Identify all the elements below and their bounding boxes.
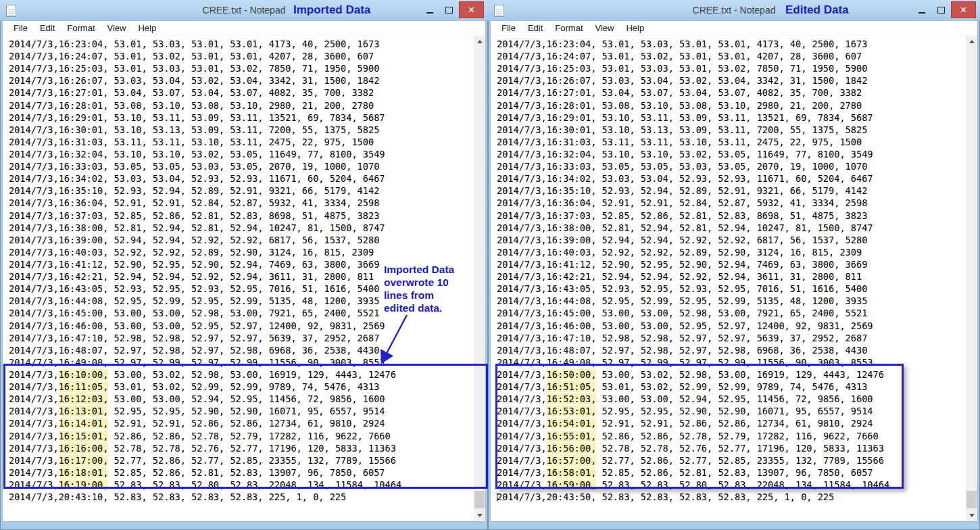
- data-line: 2014/7/3,16:29:01, 53.10, 53.11, 53.09, …: [497, 112, 964, 124]
- highlighted-time: 16:17:00,: [59, 455, 109, 466]
- data-line: 2014/7/3,16:30:01, 53.10, 53.13, 53.09, …: [497, 124, 964, 136]
- window-title: CREE.txt - Notepad: [488, 5, 980, 16]
- menu-item-file[interactable]: File: [495, 22, 522, 34]
- menu-item-format[interactable]: Format: [549, 22, 589, 34]
- data-line: 2014/7/3,16:24:07, 53.01, 53.02, 53.01, …: [9, 50, 472, 62]
- vertical-scrollbar[interactable]: [474, 36, 485, 521]
- highlighted-time: 16:15:01,: [59, 431, 109, 441]
- scroll-up-icon[interactable]: [966, 36, 977, 47]
- data-line: 2014/7/3,16:45:00, 53.00, 53.00, 52.98, …: [9, 307, 472, 319]
- menu-bar: FileEditFormatViewHelp: [491, 21, 977, 36]
- data-line: 2014/7/3,16:24:07, 53.01, 53.02, 53.01, …: [497, 50, 964, 62]
- menu-item-edit[interactable]: Edit: [34, 22, 61, 34]
- highlighted-time: 16:50:00,: [547, 369, 597, 380]
- data-line: 2014/7/3,16:52:03, 53.00, 53.00, 52.94, …: [497, 393, 964, 405]
- minimize-button[interactable]: [912, 1, 931, 18]
- data-line: 2014/7/3,16:47:10, 52.98, 52.98, 52.97, …: [497, 332, 964, 344]
- data-line: 2014/7/3,16:48:07, 52.97, 52.98, 52.97, …: [497, 344, 964, 356]
- data-line: 2014/7/3,16:25:03, 53.01, 53.03, 53.01, …: [497, 62, 964, 74]
- data-line: 2014/7/3,16:58:01, 52.85, 52.86, 52.81, …: [497, 466, 964, 479]
- annotation-imported-data: Imported Data: [293, 3, 370, 17]
- menu-item-view[interactable]: View: [101, 22, 132, 34]
- data-line: 2014/7/3,16:15:01, 52.86, 52.86, 52.78, …: [9, 430, 472, 442]
- data-line: 2014/7/3,16:43:05, 52.93, 52.95, 52.93, …: [9, 283, 472, 295]
- data-line: 2014/7/3,16:23:04, 53.01, 53.03, 53.01, …: [497, 38, 964, 50]
- title-bar[interactable]: CREE.txt - Notepad Imported Data ✕: [0, 0, 488, 20]
- highlighted-time: 16:14:01,: [59, 418, 109, 429]
- highlighted-time: 16:59:00,: [547, 479, 597, 490]
- data-line: 2014/7/3,16:28:01, 53.08, 53.10, 53.08, …: [9, 99, 472, 112]
- scroll-down-icon[interactable]: [966, 510, 977, 521]
- data-line: 2014/7/3,16:33:03, 53.05, 53.05, 53.03, …: [497, 160, 964, 172]
- scrollbar-thumb[interactable]: [474, 491, 485, 508]
- data-line: 2014/7/3,16:13:01, 52.95, 52.95, 52.90, …: [9, 405, 472, 417]
- data-line: 2014/7/3,16:42:21, 52.94, 52.94, 52.92, …: [9, 270, 472, 283]
- data-line: 2014/7/3,16:25:03, 53.01, 53.03, 53.01, …: [9, 62, 472, 74]
- highlighted-time: 16:12:03,: [59, 393, 109, 404]
- data-line: 2014/7/3,16:26:07, 53.03, 53.04, 53.02, …: [497, 74, 964, 87]
- data-line: 2014/7/3,16:23:04, 53.01, 53.03, 53.01, …: [9, 38, 472, 50]
- highlighted-time: 16:19:00,: [59, 479, 109, 490]
- menu-item-edit[interactable]: Edit: [522, 22, 549, 34]
- highlighted-time: 16:11:05,: [59, 381, 109, 392]
- menu-item-help[interactable]: Help: [132, 22, 162, 34]
- minimize-button[interactable]: [420, 1, 439, 18]
- data-line: 2014/7/3,16:50:00, 53.00, 53.02, 52.98, …: [497, 368, 964, 381]
- text-editor[interactable]: 2014/7/3,16:23:04, 53.01, 53.03, 53.01, …: [3, 36, 485, 521]
- data-line: 2014/7/3,16:56:00, 52.78, 52.78, 52.76, …: [497, 442, 964, 454]
- data-line: 2014/7/3,16:47:10, 52.98, 52.98, 52.97, …: [9, 332, 472, 344]
- highlighted-time: 16:51:05,: [547, 381, 597, 392]
- data-line: 2014/7/3,16:49:08, 52.97, 52.99, 52.97, …: [497, 356, 964, 368]
- scrollbar-thumb[interactable]: [966, 491, 977, 508]
- data-line: 2014/7/3,16:28:01, 53.08, 53.10, 53.08, …: [497, 99, 964, 112]
- highlighted-time: 16:57:00,: [547, 455, 597, 466]
- client-area: FileEditFormatViewHelp 2014/7/3,16:23:04…: [490, 20, 978, 522]
- data-line: 2014/7/3,16:41:12, 52.90, 52.95, 52.90, …: [497, 258, 964, 270]
- data-line: 2014/7/3,16:34:02, 53.03, 53.04, 52.93, …: [9, 172, 472, 185]
- highlighted-time: 16:10:00,: [59, 369, 109, 380]
- text-editor[interactable]: 2014/7/3,16:23:04, 53.01, 53.03, 53.01, …: [491, 36, 977, 521]
- highlighted-time: 16:54:01,: [547, 418, 597, 429]
- data-line: 2014/7/3,16:35:10, 52.93, 52.94, 52.89, …: [9, 185, 472, 197]
- data-line: 2014/7/3,16:14:01, 52.91, 52.91, 52.86, …: [9, 417, 472, 429]
- data-line: 2014/7/3,16:57:00, 52.77, 52.86, 52.77, …: [497, 454, 964, 466]
- data-line: 2014/7/3,16:10:00, 53.00, 53.02, 52.98, …: [9, 368, 472, 381]
- maximize-button[interactable]: [931, 1, 951, 18]
- highlighted-time: 16:18:01,: [59, 467, 109, 478]
- highlighted-time: 16:58:01,: [547, 467, 597, 478]
- data-line: 2014/7/3,16:32:04, 53.10, 53.10, 53.02, …: [9, 148, 472, 160]
- data-line: 2014/7/3,16:41:12, 52.90, 52.95, 52.90, …: [9, 258, 472, 270]
- data-line: 2014/7/3,16:31:03, 53.11, 53.11, 53.10, …: [497, 136, 964, 148]
- data-line: 2014/7/3,16:37:03, 52.85, 52.86, 52.81, …: [497, 210, 964, 222]
- close-button[interactable]: ✕: [951, 1, 976, 18]
- highlighted-time: 16:13:01,: [59, 406, 109, 416]
- data-line: 2014/7/3,16:16:00, 52.78, 52.78, 52.76, …: [9, 442, 472, 454]
- menu-item-format[interactable]: Format: [61, 22, 101, 34]
- highlighted-time: 16:53:01,: [547, 406, 597, 416]
- title-bar[interactable]: CREE.txt - Notepad Edited Data ✕: [488, 0, 980, 20]
- menu-item-file[interactable]: File: [7, 22, 34, 34]
- maximize-button[interactable]: [439, 1, 459, 18]
- scroll-down-icon[interactable]: [474, 510, 485, 521]
- data-line: 2014/7/3,16:27:01, 53.04, 53.07, 53.04, …: [9, 87, 472, 99]
- maximize-icon: [445, 7, 453, 14]
- menu-item-help[interactable]: Help: [620, 22, 650, 34]
- vertical-scrollbar[interactable]: [966, 36, 977, 521]
- data-line: 2014/7/3,16:31:03, 53.11, 53.11, 53.10, …: [9, 136, 472, 148]
- data-line: 2014/7/3,16:49:08, 52.97, 52.99, 52.97, …: [9, 356, 472, 368]
- close-icon: ✕: [960, 5, 967, 15]
- data-line: 2014/7/3,16:59:00, 52.83, 52.83, 52.80, …: [497, 479, 964, 491]
- data-line: 2014/7/3,16:32:04, 53.10, 53.10, 53.02, …: [497, 148, 964, 160]
- data-line: 2014/7/3,16:38:00, 52.81, 52.94, 52.81, …: [9, 222, 472, 234]
- menu-item-view[interactable]: View: [589, 22, 620, 34]
- close-button[interactable]: ✕: [459, 1, 484, 18]
- data-line: 2014/7/3,16:44:08, 52.95, 52.99, 52.95, …: [9, 295, 472, 307]
- notepad-window-edited: CREE.txt - Notepad Edited Data ✕ FileEdi…: [488, 0, 980, 530]
- text-content: 2014/7/3,16:23:04, 53.01, 53.03, 53.01, …: [497, 38, 964, 503]
- data-line: 2014/7/3,16:37:03, 52.85, 52.86, 52.81, …: [9, 210, 472, 222]
- data-line: 2014/7/3,16:36:04, 52.91, 52.91, 52.84, …: [497, 197, 964, 209]
- data-line: 2014/7/3,16:40:03, 52.92, 52.92, 52.89, …: [497, 246, 964, 258]
- maximize-icon: [937, 7, 945, 14]
- window-title: CREE.txt - Notepad: [0, 5, 488, 16]
- scroll-up-icon[interactable]: [474, 36, 485, 47]
